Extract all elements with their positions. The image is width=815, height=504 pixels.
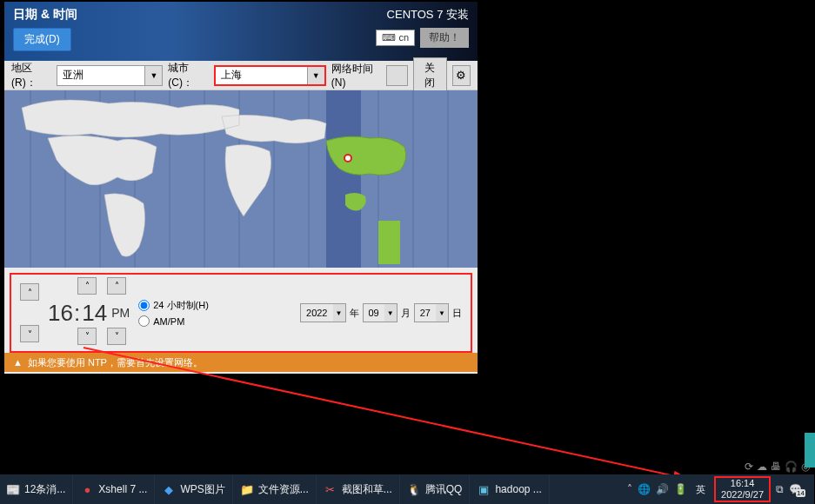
- taskbar-item[interactable]: 📰12条消...: [0, 474, 73, 504]
- warning-icon: ▲: [13, 357, 23, 368]
- hour-up-button[interactable]: ˄: [20, 283, 39, 301]
- tray-date: 2022/9/27: [721, 489, 764, 501]
- keyboard-icon: ⌨: [382, 32, 396, 43]
- day-combo[interactable]: 27 ▼: [414, 303, 449, 322]
- hour-value: 16: [48, 300, 72, 327]
- task-app-label: 腾讯QQ: [425, 482, 463, 497]
- taskbar-item[interactable]: 🐧腾讯QQ: [400, 474, 471, 504]
- region-input[interactable]: [57, 66, 144, 85]
- world-map-svg: [4, 90, 478, 268]
- tray-volume-icon[interactable]: 🔊: [656, 483, 669, 495]
- task-app-label: hadoop ...: [495, 483, 541, 495]
- task-app-label: 文件资源...: [258, 482, 309, 497]
- task-app-icon: ✂: [324, 482, 337, 496]
- tray-network-icon[interactable]: 🌐: [638, 483, 651, 495]
- keyboard-layout-box[interactable]: ⌨ cn: [376, 30, 415, 46]
- city-input[interactable]: [216, 67, 307, 84]
- lang-code: cn: [398, 32, 409, 43]
- svg-rect-14: [326, 90, 361, 268]
- time-date-panel: ˄ ˅ ˄ ˅ ˄ ˅ 16 : 14 PM 24 小时制(H: [10, 273, 472, 353]
- day-value: 27: [415, 304, 436, 322]
- warning-text: 如果您要使用 NTP，需要首先设置网络。: [28, 356, 203, 369]
- day-dropdown-icon[interactable]: ▼: [436, 304, 448, 322]
- task-app-icon: 🐧: [407, 482, 421, 496]
- radio-ampm-input[interactable]: [138, 315, 150, 327]
- tray-notification-icon[interactable]: 💬14: [789, 483, 802, 495]
- minute-value: 14: [82, 300, 106, 327]
- task-app-label: 截图和草...: [342, 482, 392, 497]
- taskbar-item[interactable]: ▣hadoop ...: [470, 474, 549, 504]
- taskbar-item[interactable]: ●Xshell 7 ...: [73, 474, 155, 504]
- desktop-side-tab[interactable]: [805, 433, 815, 468]
- hour-down-button[interactable]: ˅: [20, 325, 39, 342]
- tray-icon[interactable]: 🎧: [785, 461, 798, 473]
- taskbar-item[interactable]: 📁文件资源...: [233, 474, 317, 504]
- month-value: 09: [364, 304, 384, 322]
- tray-clock[interactable]: 16:14 2022/9/27: [714, 476, 771, 502]
- task-app-label: Xshell 7 ...: [98, 483, 147, 495]
- radio-ampm-label: AM/PM: [153, 316, 184, 327]
- minute-up-button[interactable]: ˄: [77, 277, 97, 295]
- year-combo[interactable]: 2022 ▼: [300, 303, 345, 322]
- radio-24h-input[interactable]: [138, 300, 150, 311]
- tray-vm-icon[interactable]: ⧉: [776, 483, 784, 495]
- task-items: 📰12条消...●Xshell 7 ...◆WPS图片📁文件资源...✂截图和草…: [0, 474, 550, 504]
- task-app-icon: ▣: [477, 482, 491, 496]
- header: 日期 & 时间 完成(D) CENTOS 7 安装 ⌨ cn 帮助！: [4, 2, 478, 61]
- windows-taskbar: 📰12条消...●Xshell 7 ...◆WPS图片📁文件资源...✂截图和草…: [0, 474, 814, 504]
- region-label: 地区(R)：: [11, 61, 51, 90]
- tray-icon[interactable]: 🖶: [771, 461, 781, 473]
- help-button[interactable]: 帮助！: [420, 28, 469, 48]
- radio-ampm[interactable]: AM/PM: [138, 315, 209, 327]
- tray-badge: 14: [796, 489, 805, 497]
- network-toggle-button[interactable]: 关闭: [413, 57, 447, 94]
- ampm-down-button[interactable]: ˅: [107, 328, 126, 345]
- year-dropdown-icon[interactable]: ▼: [333, 304, 345, 322]
- ampm-value: PM: [111, 306, 130, 320]
- tray-icon[interactable]: ⟳: [745, 461, 753, 473]
- task-app-icon: 📰: [6, 482, 20, 496]
- region-dropdown-button[interactable]: ▼: [144, 66, 162, 85]
- header-right: CENTOS 7 安装 ⌨ cn 帮助！: [376, 7, 469, 56]
- gear-icon: ⚙: [456, 69, 466, 82]
- task-app-label: WPS图片: [180, 482, 224, 497]
- tray-chevron-icon[interactable]: ˄: [627, 483, 632, 495]
- taskbar-item[interactable]: ◆WPS图片: [155, 474, 232, 504]
- task-app-icon: 📁: [240, 482, 254, 496]
- tray-ime-lang[interactable]: 英: [692, 481, 709, 498]
- day-suffix: 日: [452, 307, 462, 320]
- radio-24h-label: 24 小时制(H): [153, 299, 209, 312]
- time-display: ˄ ˅ ˄ ˅ 16 : 14 PM: [48, 300, 130, 327]
- region-combo[interactable]: ▼: [57, 65, 163, 86]
- task-app-icon: ●: [80, 482, 94, 496]
- month-combo[interactable]: 09 ▼: [363, 303, 397, 322]
- year-suffix: 年: [350, 307, 359, 320]
- date-group: 2022 ▼ 年 09 ▼ 月 27 ▼ 日: [300, 303, 462, 322]
- ntp-settings-button[interactable]: ⚙: [452, 65, 471, 86]
- header-left: 日期 & 时间 完成(D): [13, 7, 77, 56]
- year-value: 2022: [301, 304, 332, 322]
- task-app-label: 12条消...: [24, 482, 65, 497]
- month-suffix: 月: [401, 307, 411, 320]
- system-tray: ˄ 🌐 🔊 🔋 英 16:14 2022/9/27 ⧉ 💬14: [627, 474, 814, 504]
- city-combo[interactable]: ▼: [214, 65, 326, 86]
- lang-row: ⌨ cn 帮助！: [376, 28, 469, 48]
- installer-title: CENTOS 7 安装: [387, 7, 469, 23]
- network-toggle-track[interactable]: [386, 65, 408, 86]
- warning-bar: ▲ 如果您要使用 NTP，需要首先设置网络。: [4, 353, 478, 372]
- timezone-map[interactable]: [4, 90, 478, 268]
- minute-down-button[interactable]: ˅: [77, 328, 97, 345]
- installer-window: 日期 & 时间 完成(D) CENTOS 7 安装 ⌨ cn 帮助！ 地区(R)…: [4, 2, 478, 374]
- tray-time: 16:14: [721, 478, 764, 489]
- ampm-up-button[interactable]: ˄: [107, 277, 126, 295]
- tray-icon[interactable]: ☁: [757, 461, 767, 473]
- page-title: 日期 & 时间: [13, 7, 77, 23]
- desktop-tray-overflow: ⟳ ☁ 🖶 🎧 ◎: [745, 461, 810, 473]
- done-button[interactable]: 完成(D): [13, 28, 71, 51]
- tray-battery-icon[interactable]: 🔋: [674, 483, 687, 495]
- location-toolbar: 地区(R)： ▼ 城市(C)： ▼ 网络时间(N) 关闭 ⚙: [4, 61, 478, 90]
- month-dropdown-icon[interactable]: ▼: [384, 304, 397, 322]
- taskbar-item[interactable]: ✂截图和草...: [317, 474, 400, 504]
- radio-24h[interactable]: 24 小时制(H): [138, 299, 209, 312]
- city-dropdown-button[interactable]: ▼: [307, 67, 324, 84]
